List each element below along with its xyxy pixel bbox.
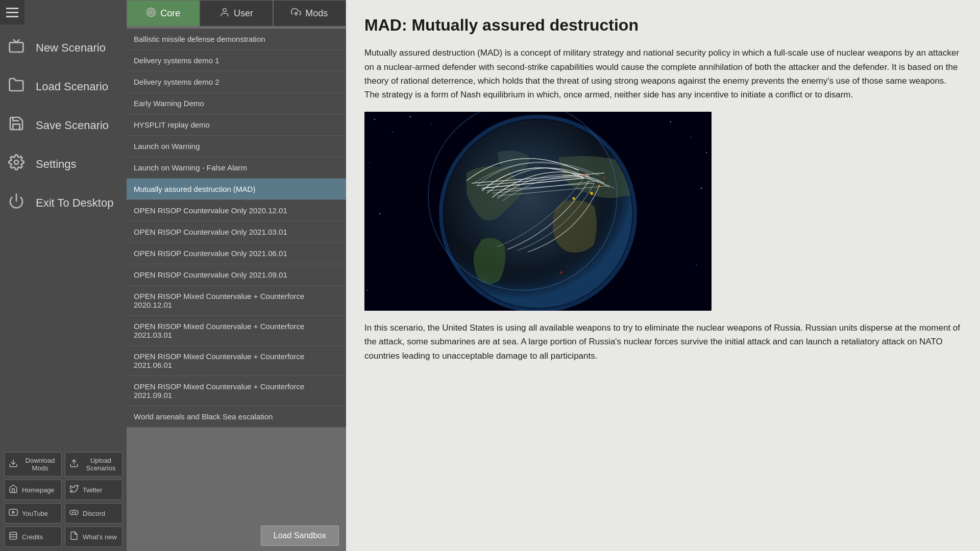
svg-point-1 (14, 160, 18, 164)
svg-point-18 (392, 132, 393, 133)
svg-point-26 (696, 264, 697, 265)
download-icon (8, 459, 19, 470)
svg-point-20 (430, 124, 431, 124)
svg-marker-5 (12, 511, 14, 514)
svg-point-13 (150, 11, 152, 13)
bottom-btn-credits[interactable]: Credits (4, 527, 62, 547)
bottom-button-row: CreditsWhat's new (4, 527, 122, 547)
target-icon (146, 7, 156, 20)
scenario-list-item[interactable]: Delivery systems demo 2 (127, 71, 346, 93)
bottom-btn-youtube[interactable]: YouTube (4, 503, 62, 523)
hamburger-button[interactable] (0, 0, 24, 24)
folder-icon (8, 77, 29, 97)
tab-label-user: User (234, 8, 253, 19)
sidebar-item-label-exit-desktop: Exit To Desktop (36, 196, 113, 210)
scenario-list-item[interactable]: Mutually assured destruction (MAD) (127, 179, 346, 200)
home-icon (8, 484, 19, 495)
bottom-btn-whats-new[interactable]: What's new (65, 527, 122, 547)
svg-point-28 (366, 290, 368, 291)
bottom-btn-twitter[interactable]: Twitter (65, 480, 122, 500)
scenario-detail: In this scenario, the United States is u… (364, 321, 962, 363)
upload-icon (68, 459, 80, 470)
bottom-btn-discord[interactable]: Discord (65, 503, 122, 523)
right-panel: MAD: Mutually assured destruction Mutual… (346, 0, 980, 551)
svg-point-39 (590, 192, 593, 195)
scenario-list-item[interactable]: Launch on Warning - False Alarm (127, 157, 346, 179)
bottom-btn-download-mods[interactable]: Download Mods (4, 452, 62, 477)
scenario-list-item[interactable]: HYSPLIT replay demo (127, 114, 346, 136)
bottom-btn-label-credits: Credits (22, 533, 43, 541)
credits-icon (8, 531, 19, 542)
scenario-list-item[interactable]: OPEN RISOP Mixed Countervalue + Counterf… (127, 316, 346, 346)
bottom-btn-label-discord: Discord (83, 510, 105, 517)
sidebar: New ScenarioLoad ScenarioSave ScenarioSe… (0, 0, 127, 551)
svg-point-23 (706, 152, 707, 153)
svg-point-17 (374, 119, 375, 120)
floppy-icon (8, 115, 29, 136)
scenario-list-item[interactable]: OPEN RISOP Countervalue Only 2021.03.01 (127, 221, 346, 243)
sidebar-bottom: Download ModsUpload ScenariosHomepageTwi… (0, 448, 127, 551)
sidebar-item-label-new-scenario: New Scenario (36, 41, 106, 55)
sidebar-item-label-load-scenario: Load Scenario (36, 80, 108, 93)
sidebar-item-new-scenario[interactable]: New Scenario (0, 29, 127, 67)
tab-label-mods: Mods (305, 8, 328, 19)
discord-icon (68, 508, 80, 519)
scenario-title: MAD: Mutually assured destruction (364, 15, 962, 35)
scenario-description: Mutually assured destruction (MAD) is a … (364, 46, 962, 102)
sidebar-item-label-settings: Settings (36, 158, 77, 171)
scenario-list-item[interactable]: OPEN RISOP Mixed Countervalue + Counterf… (127, 286, 346, 316)
svg-point-25 (379, 213, 380, 214)
scenario-list-item[interactable]: OPEN RISOP Countervalue Only 2020.12.01 (127, 200, 346, 221)
scenario-list-item[interactable]: OPEN RISOP Countervalue Only 2021.06.01 (127, 243, 346, 264)
svg-point-24 (369, 162, 370, 163)
gear-icon (8, 154, 29, 174)
bottom-btn-label-twitter: Twitter (83, 486, 102, 494)
scenario-list[interactable]: Ballistic missile defense demonstrationD… (127, 27, 346, 520)
load-sandbox-button[interactable]: Load Sandbox (261, 525, 339, 546)
svg-rect-0 (10, 42, 23, 52)
tab-label-core: Core (160, 8, 180, 19)
scenario-list-item[interactable]: Early Warning Demo (127, 93, 346, 114)
svg-point-40 (598, 185, 600, 187)
scenario-list-item[interactable]: Ballistic missile defense demonstration (127, 29, 346, 50)
document-icon (68, 531, 80, 542)
sidebar-item-load-scenario[interactable]: Load Scenario (0, 67, 127, 106)
bottom-button-row: HomepageTwitter (4, 480, 122, 500)
box-icon (8, 38, 29, 58)
twitter-icon (68, 484, 80, 495)
scenario-list-item[interactable]: Launch on Warning (127, 136, 346, 157)
tab-core[interactable]: Core (127, 0, 200, 27)
tabs-row: CoreUserMods (127, 0, 346, 27)
scenario-list-item[interactable]: World arsenals and Black Sea escalation (127, 406, 346, 428)
sidebar-item-save-scenario[interactable]: Save Scenario (0, 106, 127, 145)
svg-point-21 (670, 121, 671, 122)
svg-rect-8 (10, 532, 17, 539)
bottom-btn-upload-scenarios[interactable]: Upload Scenarios (65, 452, 122, 477)
tab-mods[interactable]: Mods (273, 0, 346, 27)
scenario-list-item[interactable]: OPEN RISOP Countervalue Only 2021.09.01 (127, 264, 346, 286)
sidebar-item-settings[interactable]: Settings (0, 145, 127, 184)
center-panel: CoreUserMods Ballistic missile defense d… (127, 0, 346, 551)
svg-point-43 (604, 178, 605, 179)
scenario-list-item[interactable]: OPEN RISOP Mixed Countervalue + Counterf… (127, 346, 346, 376)
globe-image (364, 112, 712, 311)
user-icon (219, 7, 230, 20)
tab-user[interactable]: User (200, 0, 273, 27)
bottom-btn-homepage[interactable]: Homepage (4, 480, 62, 500)
svg-point-41 (573, 197, 575, 200)
svg-point-6 (72, 512, 74, 513)
load-sandbox-area: Load Sandbox (127, 520, 346, 551)
scenario-list-item[interactable]: OPEN RISOP Mixed Countervalue + Counterf… (127, 376, 346, 406)
svg-point-12 (149, 10, 154, 15)
sidebar-item-label-save-scenario: Save Scenario (36, 119, 109, 132)
scenario-list-item[interactable]: Delivery systems demo 1 (127, 50, 346, 71)
youtube-icon (8, 508, 19, 519)
svg-point-14 (223, 8, 227, 12)
svg-point-42 (583, 174, 585, 177)
svg-point-19 (410, 116, 411, 117)
cloud-upload-icon (291, 7, 301, 20)
sidebar-item-exit-desktop[interactable]: Exit To Desktop (0, 184, 127, 222)
bottom-btn-label-download-mods: Download Mods (22, 457, 58, 472)
sidebar-nav: New ScenarioLoad ScenarioSave ScenarioSe… (0, 24, 127, 448)
svg-point-27 (701, 188, 702, 189)
